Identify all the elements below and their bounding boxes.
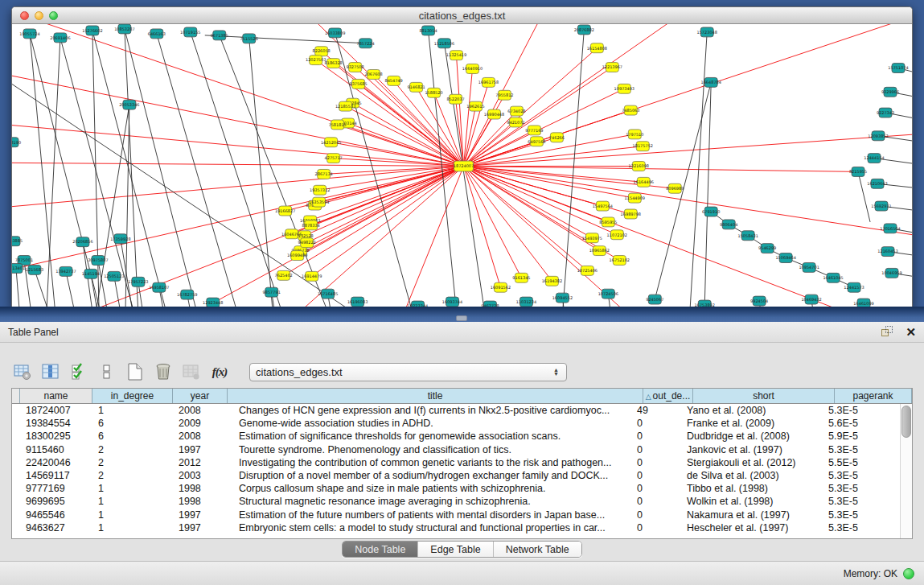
graph-node-label: 1588520	[425, 90, 442, 95]
network-view-area: citations_edges.txt 18724007822605812027…	[0, 0, 924, 322]
panel-splitter-handle[interactable]	[456, 315, 467, 321]
table-settings-icon[interactable]	[13, 362, 32, 381]
column-header-pagerank[interactable]: pagerank	[835, 389, 912, 403]
row-height-icon[interactable]	[97, 362, 117, 381]
table-corner	[12, 389, 20, 403]
table-row[interactable]: 2242004622012Investigating the contribut…	[12, 456, 900, 469]
memory-ok-indicator[interactable]	[903, 568, 914, 579]
tab-node-table[interactable]: Node Table	[343, 542, 418, 557]
graph-node-label: 16989798	[621, 212, 641, 216]
tab-edge-table[interactable]: Edge Table	[418, 542, 493, 557]
table-row[interactable]: 911546021997Tourette syndrome. Phenomeno…	[12, 443, 900, 456]
table-row[interactable]: 977716911998Corpus callosum shape and si…	[12, 482, 900, 495]
table-cell: 14569117	[20, 470, 92, 481]
table-cell: Investigating the contribution of common…	[228, 457, 631, 468]
table-row[interactable]: 946362711997Embryonic stem cells: a mode…	[12, 521, 900, 534]
graph-node-label: 7581815	[329, 122, 347, 127]
network-graph: 1872400782260581202750381863289327508206…	[12, 24, 912, 307]
network-window-titlebar[interactable]: citations_edges.txt	[12, 7, 912, 24]
table-cell: 1997	[173, 509, 228, 521]
table-cell: 1	[92, 522, 173, 534]
graph-node-label: 11325419	[446, 52, 466, 57]
column-header-name[interactable]: name	[20, 389, 92, 403]
close-panel-icon[interactable]: ✕	[906, 326, 916, 338]
table-cell: 22420046	[20, 457, 92, 468]
delete-trash-icon[interactable]	[154, 362, 173, 381]
graph-edge	[12, 160, 463, 167]
graph-node-label: 16093744	[442, 299, 462, 304]
table-cell: Tibbo et al. (1998)	[681, 483, 823, 494]
graph-edge	[463, 166, 858, 171]
table-cell: 2003	[173, 470, 228, 481]
graph-edge	[704, 82, 711, 305]
graph-node-label: 13216098	[629, 163, 649, 168]
table-row[interactable]: 969969511998Structural magnetic resonanc…	[12, 495, 900, 508]
table-cell: 9463627	[20, 522, 92, 534]
table-cell: 1998	[173, 483, 228, 494]
table-cell: Tourette syndrome. Phenomenology and cla…	[228, 444, 631, 455]
graph-node-label: 15276602	[82, 28, 102, 33]
table-panel-title: Table Panel	[8, 327, 59, 338]
table-cell: 0	[631, 457, 681, 468]
graph-node-label: 15716485	[318, 291, 338, 296]
graph-node-label: 20876882	[574, 27, 594, 32]
graph-node-label: 8226058	[313, 49, 331, 54]
status-bar: Memory: OK	[0, 561, 924, 585]
graph-edge	[12, 24, 463, 166]
table-cell: 0	[631, 483, 681, 494]
table-row[interactable]: 946554611997Estimation of the future num…	[12, 509, 900, 521]
float-panel-icon[interactable]	[881, 326, 894, 338]
table-selector-dropdown[interactable]: citations_edges.txt ▲▼	[249, 363, 567, 381]
table-row[interactable]: 1830029562008Estimation of significance …	[12, 430, 900, 443]
graph-edge	[558, 30, 584, 307]
column-header-in-degree[interactable]: in_degree	[92, 389, 173, 403]
graph-node-label: 10719155	[180, 30, 200, 35]
graph-node-label: 15497564	[593, 204, 613, 208]
show-column-icon[interactable]	[41, 362, 60, 381]
column-header-year[interactable]: year	[173, 389, 228, 403]
table-cell: 1997	[173, 522, 228, 534]
tab-network-table[interactable]: Network Table	[494, 542, 581, 557]
graph-edge	[44, 38, 60, 307]
close-window-button[interactable]	[20, 11, 29, 20]
graph-node-label: 16033809	[325, 31, 345, 35]
table-row[interactable]: 1456911722003Disruption of a novel membe…	[12, 469, 900, 482]
table-cell: 1998	[173, 496, 228, 507]
table-row[interactable]: 1872400712008Changes of HCN gene express…	[12, 404, 900, 417]
graph-edge	[12, 24, 463, 166]
graph-node-label: 15723048	[697, 30, 717, 35]
graph-node-label: 10853287	[114, 27, 134, 31]
function-builder-icon[interactable]: f(x)	[210, 362, 229, 381]
column-header-title[interactable]: title	[228, 389, 643, 403]
graph-node-label: 10046959	[881, 270, 901, 275]
graph-node-label: 3913401	[12, 266, 25, 270]
select-rows-icon[interactable]	[69, 362, 88, 381]
table-cell: 2	[92, 444, 173, 455]
graph-node-label: 9546299	[758, 245, 776, 250]
table-cell: 5.3E-5	[823, 522, 900, 534]
table-row[interactable]: 1938455462009Genome-wide association stu…	[12, 417, 900, 430]
sort-ascending-icon: △	[646, 393, 651, 401]
zoom-window-button[interactable]	[49, 11, 58, 20]
graph-node-label: 16154808	[587, 46, 607, 51]
column-header-out-de-[interactable]: △out_de...	[643, 389, 693, 403]
new-file-icon[interactable]	[125, 362, 145, 381]
graph-node-label: 14252045	[321, 140, 341, 145]
graph-node-label: 10954701	[799, 265, 819, 270]
graph-node-label: 8522037	[446, 97, 464, 101]
graph-node-label: 20206856	[72, 239, 92, 244]
graph-node-label: 4275717	[325, 155, 343, 160]
table-cell: Dudbridge et al. (2008)	[681, 431, 823, 442]
graph-edge	[312, 166, 464, 276]
graph-node-label: 18175752	[633, 144, 653, 149]
minimize-window-button[interactable]	[35, 11, 43, 20]
table-scrollbar[interactable]	[900, 404, 912, 538]
column-header-short[interactable]: short	[693, 389, 835, 403]
graph-node-label: 20691406	[50, 35, 70, 40]
graph-node-label: 2867134	[315, 171, 333, 176]
table-scrollbar-thumb[interactable]	[901, 406, 911, 438]
table-cell: 2008	[173, 431, 228, 442]
graph-node-label: 1797510	[626, 132, 643, 137]
graph-edge	[463, 166, 587, 270]
network-canvas[interactable]: 1872400782260581202750381863289327508206…	[12, 24, 912, 307]
